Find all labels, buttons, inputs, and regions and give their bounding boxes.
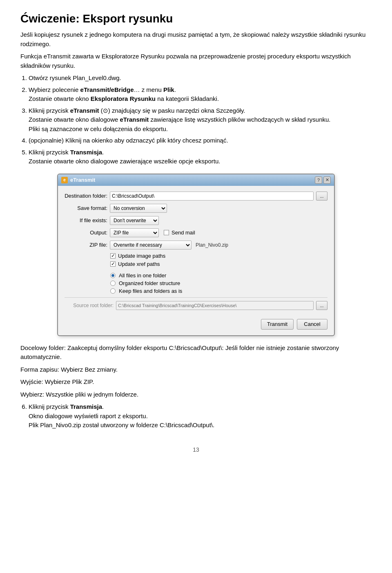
step-1-text: Otwórz rysunek Plan_Level0.dwg.	[29, 74, 121, 81]
output-select[interactable]: ZIP fileFolder	[110, 228, 159, 237]
if-file-exists-select[interactable]: Don't overwriteOverwriteIncrement	[110, 216, 159, 225]
step-6: Kliknij przycisk Transmisja. Okno dialog…	[29, 402, 372, 430]
update-image-paths-label: Update image paths	[118, 253, 165, 259]
step-2-text: Wybierz polecenie eTransmit/eBridge… z m…	[29, 86, 176, 93]
update-image-paths-checkbox[interactable]	[110, 253, 116, 259]
save-format-select[interactable]: No conversionR2004R2007R2010	[110, 204, 167, 213]
dialog-wrapper: e eTransmit ? ✕ Destination folder: ... …	[57, 174, 335, 336]
dialog-title-area: e eTransmit	[61, 177, 95, 183]
destination-browse-btn[interactable]: ...	[316, 192, 327, 201]
source-root-browse-btn[interactable]: ...	[316, 301, 327, 310]
send-mail-row: Send mail	[164, 230, 195, 236]
source-root-row: Source root folder: ...	[65, 301, 327, 310]
intro-paragraph-1: Jeśli kopiujesz rysunek z jednego komput…	[20, 30, 372, 49]
destination-folder-row: Destination folder: ...	[65, 192, 327, 201]
send-mail-checkbox[interactable]	[164, 230, 169, 235]
step-1: Otwórz rysunek Plan_Level0.dwg.	[29, 74, 372, 83]
steps-list: Otwórz rysunek Plan_Level0.dwg. Wybierz …	[29, 74, 372, 166]
destination-folder-label: Destination folder:	[65, 193, 107, 199]
update-xref-paths-checkbox[interactable]	[110, 261, 116, 267]
radio-keep-row: Keep files and folders as is	[110, 288, 327, 294]
transmit-button[interactable]: Transmit	[261, 319, 294, 330]
dialog-titlebar: e eTransmit ? ✕	[58, 174, 334, 186]
step-6-extra2: Plik Plan_Nivo0.zip został utworzony w f…	[29, 421, 214, 428]
page-number: 13	[20, 446, 372, 453]
dialog-title-icon: e	[61, 177, 68, 183]
zip-file-label: ZIP file:	[65, 242, 107, 248]
radio-all-files-row: All files in one folder	[110, 272, 327, 279]
step-6-text: Kliknij przycisk Transmisja.	[29, 403, 104, 410]
dialog-help-btn[interactable]: ?	[315, 176, 322, 184]
step-4-text: (opcjonalnie) Kliknij na okienko aby odz…	[29, 137, 228, 144]
dialog-title-text: eTransmit	[70, 177, 95, 183]
zip-file-controls: Overwrite if necessaryDon't overwriteInc…	[110, 241, 228, 250]
step6-list: Kliknij przycisk Transmisja. Okno dialog…	[29, 402, 372, 430]
dialog-window-controls[interactable]: ? ✕	[315, 176, 331, 184]
save-format-row: Save format: No conversionR2004R2007R201…	[65, 204, 327, 213]
update-xref-paths-label: Update xref paths	[118, 261, 160, 267]
zip-filename: Plan_Nivo0.zip	[196, 242, 228, 248]
post-p1: Docelowy folder: Zaakceptuj domyślny fol…	[20, 343, 372, 362]
step-4: (opcjonalnie) Kliknij na okienko aby odz…	[29, 136, 372, 145]
source-root-label: Source root folder:	[65, 303, 114, 308]
intro-paragraph-2: Funkcja eTransmit zawarta w Eksploratorz…	[20, 52, 372, 70]
cancel-button[interactable]: Cancel	[297, 319, 327, 330]
step-5-extra: Zostanie otwarte okno dialogowe zawieraj…	[29, 158, 220, 165]
output-row: Output: ZIP fileFolder Send mail	[65, 228, 327, 237]
step-3: Kliknij przycisk eTransmit (⊙) znajdując…	[29, 106, 372, 134]
folder-structure-radio-group: All files in one folder Organized folder…	[110, 272, 327, 294]
dialog-close-btn[interactable]: ✕	[323, 176, 331, 184]
etransmit-dialog: e eTransmit ? ✕ Destination folder: ... …	[57, 174, 335, 336]
destination-folder-input[interactable]	[110, 192, 314, 201]
radio-all-files[interactable]	[110, 273, 116, 278]
radio-organized-row: Organized folder structure	[110, 280, 327, 286]
if-file-exists-row: If file exists: Don't overwriteOverwrite…	[65, 216, 327, 225]
step-5-text: Kliknij przycisk Transmisja.	[29, 149, 104, 156]
zip-overwrite-select[interactable]: Overwrite if necessaryDon't overwriteInc…	[110, 241, 192, 250]
update-xref-paths-row: Update xref paths	[110, 261, 327, 267]
radio-organized-label: Organized folder structure	[119, 280, 180, 286]
dialog-separator	[65, 297, 327, 298]
save-format-label: Save format:	[65, 205, 107, 211]
zip-file-row: ZIP file: Overwrite if necessaryDon't ov…	[65, 241, 327, 250]
post-p2: Forma zapisu: Wybierz Bez zmiany.	[20, 365, 372, 375]
radio-all-files-label: All files in one folder	[119, 272, 166, 279]
step-3-extra2: Pliki są zaznaczone w celu dołączenia do…	[29, 125, 168, 132]
step-5: Kliknij przycisk Transmisja. Zostanie ot…	[29, 148, 372, 166]
if-file-exists-label: If file exists:	[65, 217, 107, 223]
output-label: Output:	[65, 230, 107, 236]
radio-keep-label: Keep files and folders as is	[119, 288, 182, 294]
radio-keep[interactable]	[110, 288, 116, 294]
radio-organized[interactable]	[110, 281, 116, 286]
step-2: Wybierz polecenie eTransmit/eBridge… z m…	[29, 85, 372, 104]
dialog-body: Destination folder: ... Save format: No …	[58, 186, 334, 316]
step-6-extra1: Okno dialogowe wyświetli raport z ekspor…	[29, 412, 148, 419]
update-image-paths-row: Update image paths	[110, 253, 327, 259]
post-p3: Wyjście: Wybierze Plik ZIP.	[20, 377, 372, 387]
step-2-extra: Zostanie otwarte okno Eksploratora Rysun…	[29, 95, 219, 102]
dialog-footer: Transmit Cancel	[58, 316, 334, 335]
send-mail-label: Send mail	[172, 230, 195, 236]
step-3-text: Kliknij przycisk eTransmit (⊙) znajdując…	[29, 107, 245, 114]
source-root-input[interactable]	[116, 301, 314, 310]
page-title: Ćwiczenie: Eksport rysunku	[20, 12, 372, 25]
post-p4: Wybierz: Wszystkie pliki w jednym folder…	[20, 390, 372, 399]
step-3-extra1: Zostanie otwarte okno dialogowe eTransmi…	[29, 116, 331, 123]
